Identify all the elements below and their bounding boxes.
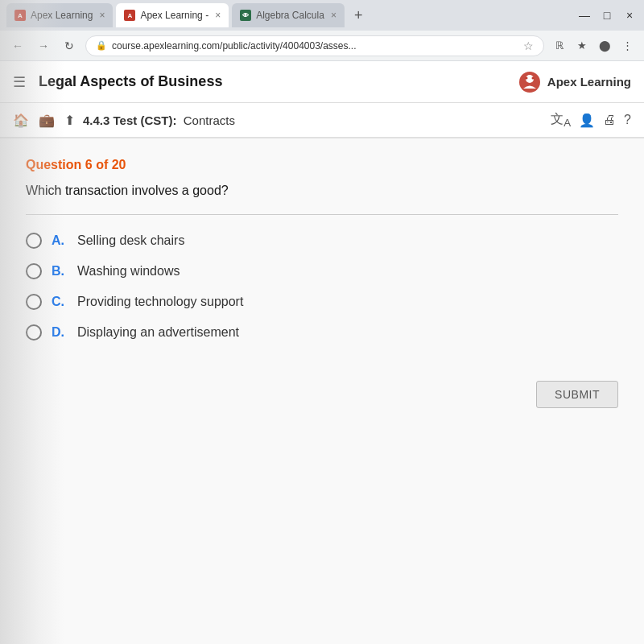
- tab-label-1: Apex Learning: [31, 10, 93, 21]
- question-text: Which transaction involves a good?: [26, 184, 618, 198]
- tab-label-3: Algebra Calcula: [256, 10, 324, 21]
- submit-area: SUBMIT: [26, 373, 618, 416]
- radio-c[interactable]: [26, 294, 42, 310]
- url-input[interactable]: 🔒 course.apexlearning.com/public/activit…: [85, 35, 544, 56]
- option-text-b: Washing windows: [77, 264, 180, 279]
- site-title: Legal Aspects of Business: [39, 73, 517, 90]
- tab-label-2: Apex Learning -: [140, 10, 208, 21]
- title-bar: A Apex Learning × A Apex Learning - × 👁 …: [0, 0, 644, 31]
- option-letter-d: D.: [52, 325, 68, 340]
- option-letter-c: C.: [52, 295, 68, 309]
- divider: [26, 214, 618, 215]
- tab-apex-learning-2[interactable]: A Apex Learning - ×: [116, 3, 229, 27]
- option-text-d: Displaying an advertisement: [77, 325, 239, 340]
- url-text: course.apexlearning.com/public/activity/…: [112, 40, 357, 52]
- close-button[interactable]: ×: [621, 7, 638, 23]
- option-letter-b: B.: [52, 264, 68, 279]
- tab-close-2[interactable]: ×: [215, 10, 221, 21]
- option-text-c: Providing technology support: [77, 295, 243, 309]
- option-letter-a: A.: [52, 233, 68, 248]
- tab-algebra[interactable]: 👁 Algebra Calcula ×: [232, 3, 345, 27]
- sub-right-icons: 文A 👤 🖨 ?: [551, 111, 631, 129]
- apex-logo-area: Apex Learning: [517, 69, 631, 95]
- menu-icon[interactable]: ⋮: [618, 37, 636, 55]
- window-controls: — □ ×: [576, 7, 638, 23]
- site-header: ☰ Legal Aspects of Business Apex Learnin…: [0, 61, 644, 103]
- upload-icon[interactable]: ⬆: [64, 113, 75, 128]
- apex-learning-label: Apex Learning: [547, 75, 631, 89]
- tab-favicon-3: 👁: [240, 10, 251, 21]
- option-b[interactable]: B. Washing windows: [26, 263, 618, 279]
- help-icon[interactable]: ?: [624, 113, 631, 127]
- test-label: 4.4.3 Test (CST): Contracts: [83, 114, 543, 127]
- browser-window: A Apex Learning × A Apex Learning - × 👁 …: [0, 0, 644, 644]
- question-header: Question 6 of 20: [26, 158, 618, 172]
- test-topic: Contracts: [184, 114, 235, 127]
- forward-button[interactable]: →: [34, 36, 53, 56]
- sub-nav-icons: 🏠 💼 ⬆: [13, 113, 75, 128]
- main-content: Question 6 of 20 Which transaction invol…: [0, 138, 644, 644]
- tab-close-3[interactable]: ×: [331, 10, 336, 21]
- option-a[interactable]: A. Selling desk chairs: [26, 233, 618, 249]
- submit-button[interactable]: SUBMIT: [536, 381, 618, 408]
- ext-icon-star[interactable]: ★: [573, 37, 591, 55]
- radio-a[interactable]: [26, 233, 42, 249]
- maximize-button[interactable]: □: [599, 7, 615, 23]
- test-title: 4.4.3 Test (CST):: [83, 114, 176, 127]
- extension-icons: ℝ ★ ⬤ ⋮: [551, 37, 636, 55]
- back-button[interactable]: ←: [8, 36, 27, 56]
- tab-close-1[interactable]: ×: [99, 10, 105, 21]
- ext-icon-r[interactable]: ℝ: [551, 37, 568, 55]
- minimize-button[interactable]: —: [576, 7, 592, 23]
- tab-favicon-1: A: [14, 10, 26, 21]
- answer-options: A. Selling desk chairs B. Washing window…: [26, 233, 618, 341]
- sub-header: 🏠 💼 ⬆ 4.4.3 Test (CST): Contracts 文A 👤 🖨…: [0, 103, 644, 138]
- apex-logo: [517, 69, 543, 95]
- refresh-button[interactable]: ↻: [60, 36, 79, 56]
- tab-apex-learning-1[interactable]: A Apex Learning ×: [6, 3, 113, 27]
- address-bar: ← → ↻ 🔒 course.apexlearning.com/public/a…: [0, 31, 644, 61]
- bookmark-icon[interactable]: ☆: [523, 39, 534, 52]
- option-c[interactable]: C. Providing technology support: [26, 294, 618, 310]
- home-icon[interactable]: 🏠: [13, 113, 29, 128]
- option-d[interactable]: D. Displaying an advertisement: [26, 324, 618, 341]
- lock-icon: 🔒: [96, 40, 107, 51]
- translate-icon[interactable]: 文A: [551, 111, 571, 129]
- hamburger-menu[interactable]: ☰: [13, 73, 26, 91]
- radio-d[interactable]: [26, 324, 42, 341]
- svg-point-2: [525, 76, 527, 79]
- user-avatar[interactable]: ⬤: [596, 37, 613, 55]
- accessibility-icon[interactable]: 👤: [579, 113, 595, 128]
- svg-point-3: [531, 76, 534, 79]
- radio-b[interactable]: [26, 263, 42, 279]
- print-icon[interactable]: 🖨: [603, 113, 616, 127]
- briefcase-icon[interactable]: 💼: [39, 113, 55, 128]
- option-text-a: Selling desk chairs: [77, 233, 184, 248]
- new-tab-button[interactable]: +: [348, 4, 369, 27]
- tab-favicon-2: A: [124, 10, 135, 21]
